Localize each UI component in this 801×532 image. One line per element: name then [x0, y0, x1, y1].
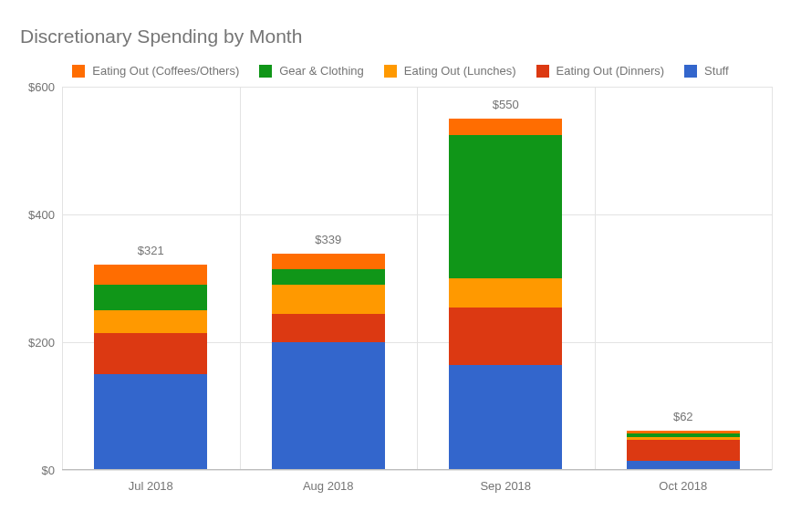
bar-segment [94, 285, 207, 310]
bar-total-label: $339 [315, 233, 341, 246]
chart-container: Discretionary Spending by Month Eating O… [0, 0, 801, 532]
bars: $321$339$550$62 [62, 87, 772, 470]
legend-swatch [259, 65, 272, 78]
legend-item: Eating Out (Coffees/Others) [72, 64, 239, 78]
legend-swatch [384, 65, 397, 78]
bar-stack [449, 119, 562, 470]
bar-stack [627, 431, 740, 470]
legend-item: Eating Out (Lunches) [384, 64, 516, 78]
legend-item: Stuff [684, 64, 729, 78]
bar-segment [272, 342, 385, 470]
bar-total-label: $62 [673, 410, 693, 423]
bar-slot: $62 [595, 87, 773, 470]
legend-label: Stuff [704, 64, 729, 78]
grid-line-horizontal [62, 470, 772, 471]
legend-swatch [684, 65, 697, 78]
legend-item: Eating Out (Dinners) [536, 64, 665, 78]
bar-segment [272, 314, 385, 343]
bar-segment [94, 265, 207, 285]
bar-slot: $339 [240, 87, 418, 470]
legend-swatch [72, 65, 85, 78]
grid-line-vertical [772, 87, 773, 470]
legend-label: Eating Out (Dinners) [557, 64, 665, 78]
bar-segment [94, 310, 207, 333]
bar-segment [94, 333, 207, 375]
x-tick-label: Jul 2018 [62, 479, 240, 493]
bar-segment [627, 440, 740, 460]
x-tick-label: Sep 2018 [417, 479, 595, 493]
bar-segment [94, 374, 207, 470]
legend-label: Eating Out (Lunches) [404, 64, 516, 78]
bar-segment [449, 278, 562, 308]
bar-stack [272, 254, 385, 470]
y-tick-label: $200 [16, 336, 55, 349]
legend: Eating Out (Coffees/Others)Gear & Clothi… [16, 64, 785, 78]
bar-slot: $321 [62, 87, 240, 470]
legend-label: Eating Out (Coffees/Others) [92, 64, 239, 78]
x-axis-labels: Jul 2018Aug 2018Sep 2018Oct 2018 [62, 479, 772, 493]
bar-segment [272, 254, 385, 269]
bar-segment [272, 269, 385, 286]
legend-label: Gear & Clothing [279, 64, 364, 78]
bar-segment [272, 285, 385, 314]
y-tick-label: $0 [16, 464, 55, 477]
bar-segment [449, 365, 562, 471]
bar-stack [94, 265, 207, 470]
plot-area: $0$200$400$600 $321$339$550$62 [62, 87, 772, 470]
legend-item: Gear & Clothing [259, 64, 364, 78]
chart-title: Discretionary Spending by Month [20, 26, 785, 47]
bar-segment [449, 135, 562, 279]
bar-segment [449, 119, 562, 135]
y-tick-label: $600 [16, 80, 55, 94]
bar-total-label: $321 [138, 244, 164, 257]
bar-segment [449, 308, 562, 365]
x-tick-label: Aug 2018 [240, 479, 418, 493]
bar-total-label: $550 [493, 98, 519, 111]
y-tick-label: $400 [16, 208, 55, 222]
x-axis [62, 469, 772, 470]
bar-slot: $550 [417, 87, 595, 470]
legend-swatch [536, 65, 549, 78]
x-tick-label: Oct 2018 [595, 479, 773, 493]
